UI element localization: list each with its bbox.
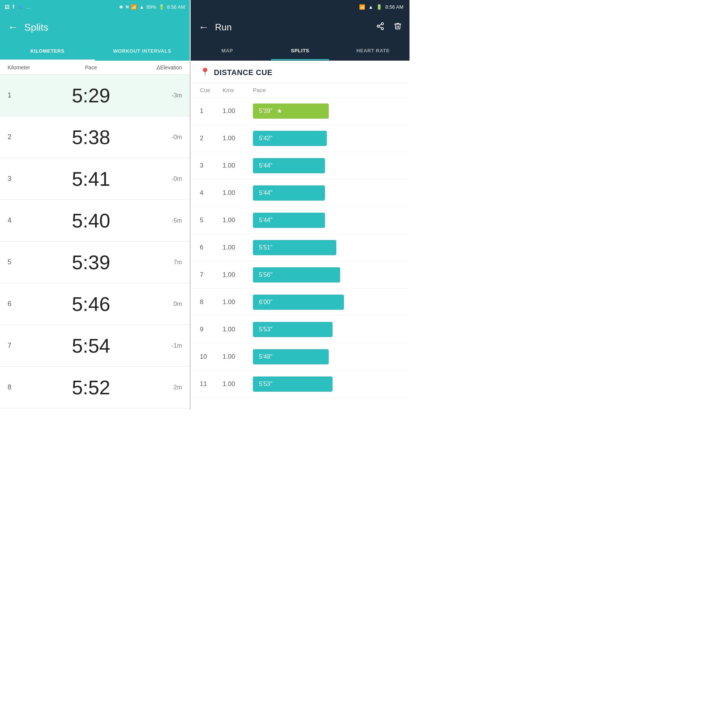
split-row-8: 8 5:52 2m <box>0 367 190 408</box>
cue-num-9: 9 <box>200 326 223 333</box>
cue-num-7: 7 <box>200 271 223 279</box>
right-app-header: ← Run <box>191 14 410 41</box>
col-header-elevation: ΔElevation <box>152 64 182 71</box>
pace-bar-1: 5'39" ★ <box>253 104 329 119</box>
splits-list: 1 5:29 -3m 2 5:38 -0m 3 5:41 -0m 4 5:40 … <box>0 75 190 410</box>
split-elev-4: -5m <box>152 217 182 224</box>
pace-bar-7: 5'56" <box>253 267 340 282</box>
tab-map[interactable]: MAP <box>191 41 264 60</box>
signal-icon: ▲ <box>139 4 144 10</box>
cue-pace-bar-5: 5'44" <box>253 213 325 228</box>
wifi-icon: 📶 <box>131 4 137 10</box>
pace-value-11: 5'53" <box>259 381 272 388</box>
cue-row-2: 2 1.00 5'42" <box>191 125 410 152</box>
time-display: 8:56 AM <box>167 4 185 10</box>
split-row-5: 5 5:39 7m <box>0 242 190 283</box>
pace-bar-3: 5'44" <box>253 158 325 173</box>
pace-value-6: 5'51" <box>259 244 272 251</box>
pace-value-10: 5'48" <box>259 353 272 360</box>
cue-num-2: 2 <box>200 135 223 142</box>
nfc-icon: N <box>126 5 129 9</box>
split-row-3: 3 5:41 -0m <box>0 158 190 200</box>
right-wifi-icon: 📶 <box>359 4 365 10</box>
split-elev-1: -3m <box>152 92 182 99</box>
pace-value-5: 5'44" <box>259 217 272 224</box>
status-bar-left-icons: 🖼 f 🐦 ... <box>5 4 31 10</box>
col-header-kms: Kms <box>223 87 253 93</box>
pace-value-9: 5'53" <box>259 326 272 333</box>
cue-num-3: 3 <box>200 162 223 169</box>
cue-num-10: 10 <box>200 353 223 361</box>
pace-bar-4: 5'44" <box>253 185 325 201</box>
pace-value-2: 5'42" <box>259 135 272 142</box>
split-pace-7: 5:54 <box>30 334 152 357</box>
pace-bar-11: 5'53" <box>253 377 333 392</box>
left-back-button[interactable]: ← <box>8 21 18 33</box>
split-pace-6: 5:46 <box>30 293 152 315</box>
photo-icon: 🖼 <box>5 4 9 10</box>
svg-line-4 <box>379 24 381 26</box>
cue-num-1: 1 <box>200 107 223 115</box>
split-pace-5: 5:39 <box>30 251 152 274</box>
left-page-title: Splits <box>24 22 49 33</box>
cue-kms-8: 1.00 <box>223 298 253 306</box>
split-num-4: 4 <box>8 217 30 224</box>
tab-workout-intervals[interactable]: WORKOUT INTERVALS <box>95 41 190 61</box>
split-elev-5: 7m <box>152 259 182 266</box>
cue-row-3: 3 1.00 5'44" <box>191 152 410 179</box>
cue-pace-bar-2: 5'42" <box>253 131 327 146</box>
cue-num-8: 8 <box>200 298 223 306</box>
pace-bar-9: 5'53" <box>253 322 333 337</box>
share-button[interactable] <box>376 22 384 33</box>
facebook-icon: f <box>13 4 14 10</box>
cue-pace-bar-7: 5'56" <box>253 267 340 282</box>
split-elev-7: -1m <box>152 342 182 349</box>
tab-kilometers[interactable]: KILOMETERS <box>0 41 95 61</box>
cue-column-headers: Cue Kms Pace <box>191 83 410 97</box>
col-header-pace: Pace <box>253 87 400 93</box>
cue-row-8: 8 1.00 6'00" <box>191 289 410 316</box>
status-bar-right: ✱ N 📶 ▲ 89% 🔋 8:56 AM <box>119 4 185 10</box>
ellipsis-icon: ... <box>27 4 31 10</box>
cue-row-5: 5 1.00 5'44" <box>191 207 410 234</box>
left-status-bar: 🖼 f 🐦 ... ✱ N 📶 ▲ 89% 🔋 8:56 AM <box>0 0 190 14</box>
cue-kms-9: 1.00 <box>223 326 253 333</box>
split-elev-2: -0m <box>152 134 182 141</box>
cue-num-6: 6 <box>200 244 223 251</box>
twitter-icon: 🐦 <box>17 4 24 10</box>
right-page-title: Run <box>215 22 370 33</box>
cue-kms-7: 1.00 <box>223 271 253 279</box>
split-elev-8: 2m <box>152 384 182 391</box>
right-header-actions <box>376 22 402 33</box>
distance-cue-header: 📍 DISTANCE CUE <box>191 61 410 83</box>
tab-splits[interactable]: SPLITS <box>264 41 336 60</box>
cue-kms-11: 1.00 <box>223 380 253 388</box>
right-back-button[interactable]: ← <box>198 21 209 33</box>
cue-row-6: 6 1.00 5'51" <box>191 234 410 261</box>
cue-kms-10: 1.00 <box>223 353 253 361</box>
battery-percent: 89% <box>146 4 156 10</box>
split-num-5: 5 <box>8 258 30 266</box>
cue-kms-5: 1.00 <box>223 217 253 224</box>
delete-button[interactable] <box>394 22 402 33</box>
col-header-cue: Cue <box>200 87 223 93</box>
split-pace-8: 5:52 <box>30 376 152 399</box>
cue-row-4: 4 1.00 5'44" <box>191 179 410 207</box>
cue-row-11: 11 1.00 5'53" <box>191 370 410 398</box>
best-star-icon: ★ <box>277 107 282 115</box>
tab-heart-rate[interactable]: HEART RATE <box>337 41 410 60</box>
cue-pace-bar-6: 5'51" <box>253 240 336 255</box>
splits-column-headers: Kilometer Pace ΔElevation <box>0 61 190 75</box>
split-pace-2: 5:38 <box>30 126 152 149</box>
pin-icon: 📍 <box>200 67 210 77</box>
pace-value-7: 5'56" <box>259 271 272 278</box>
pace-bar-6: 5'51" <box>253 240 336 255</box>
cue-list: 1 1.00 5'39" ★ 2 1.00 5'42" 3 1.00 5'44"… <box>191 97 410 410</box>
split-pace-3: 5:41 <box>30 168 152 190</box>
pace-value-4: 5'44" <box>259 190 272 196</box>
right-time: 8:56 AM <box>385 4 403 10</box>
cue-kms-4: 1.00 <box>223 189 253 197</box>
cue-pace-bar-10: 5'48" <box>253 349 329 364</box>
col-header-kilometer: Kilometer <box>8 64 30 71</box>
distance-cue-title: DISTANCE CUE <box>214 68 273 77</box>
